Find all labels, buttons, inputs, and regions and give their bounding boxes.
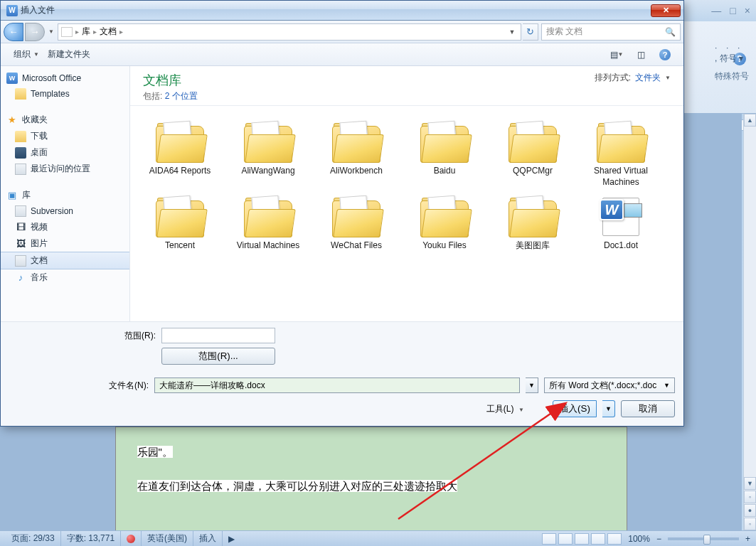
file-label: AliWorkbench: [330, 166, 383, 177]
breadcrumb-dropdown[interactable]: ▼: [506, 28, 518, 36]
organize-button[interactable]: 组织▼: [9, 47, 43, 62]
folder-item[interactable]: 美图图库: [489, 192, 577, 256]
maximize-button[interactable]: □: [730, 5, 735, 16]
sidebar-item-office[interactable]: WMicrosoft Office: [1, 70, 129, 86]
sidebar-item-music[interactable]: ♪音乐: [1, 269, 129, 286]
file-label: Tencent: [165, 240, 195, 252]
nav-history-dropdown[interactable]: ▼: [46, 25, 56, 39]
folder-item[interactable]: AliWangWang: [224, 117, 312, 192]
sidebar-item-subversion[interactable]: Subversion: [1, 203, 129, 219]
breadcrumb-segment[interactable]: 库: [82, 26, 90, 38]
sidebar-item-documents[interactable]: 文档: [1, 252, 129, 269]
library-icon: ▣: [6, 190, 18, 201]
insert-button[interactable]: 插入(S): [553, 400, 597, 417]
zoom-level[interactable]: 100%: [628, 534, 650, 544]
folder-item[interactable]: WeChat Files: [312, 192, 400, 256]
word-statusbar: 页面: 29/33 字数: 13,771 英语(美国) 插入 ▶ 100% − …: [0, 530, 756, 546]
document-page[interactable]: 乐园"。 在道友们到达合体，洞虚，大乘可以分别进入对应的三处遗迹拾取大: [115, 427, 627, 540]
word-icon: [6, 5, 18, 16]
preview-pane-button[interactable]: ◫: [631, 47, 651, 63]
breadcrumb[interactable]: ▸ 库 ▸ 文档 ▸ ▼: [58, 23, 521, 41]
library-locations-link[interactable]: 2 个位置: [165, 91, 198, 101]
status-proofing[interactable]: [121, 531, 142, 546]
star-icon: ★: [6, 114, 18, 126]
chevron-right-icon[interactable]: ▸: [93, 28, 97, 36]
folder-item[interactable]: Virtual Machines: [224, 192, 312, 256]
scroll-down-icon[interactable]: ▼: [744, 477, 756, 490]
view-draft[interactable]: [607, 533, 622, 545]
range-input[interactable]: [161, 328, 275, 343]
library-title: 文档库: [143, 72, 198, 89]
prev-page-icon[interactable]: ◦: [744, 491, 756, 503]
folder-icon: [595, 122, 646, 163]
folder-icon: [419, 122, 470, 163]
zoom-out-button[interactable]: −: [656, 534, 661, 544]
recent-icon: [15, 164, 26, 175]
close-button[interactable]: ✕: [651, 4, 681, 17]
minimize-button[interactable]: —: [711, 5, 721, 16]
view-mode-button[interactable]: ▤ ▼: [607, 47, 627, 63]
breadcrumb-segment[interactable]: 文档: [100, 26, 117, 38]
sort-value[interactable]: 文件夹: [635, 72, 661, 84]
filename-input[interactable]: 大能遗府——详细攻略.docx: [154, 378, 520, 393]
status-word-count[interactable]: 字数: 13,771: [61, 531, 121, 546]
folder-item[interactable]: Shared Virtual Machines: [577, 117, 665, 192]
sidebar-item-favorites[interactable]: ★收藏夹: [1, 112, 129, 128]
folder-item[interactable]: Baidu: [400, 117, 489, 192]
folder-item[interactable]: AliWorkbench: [312, 117, 400, 192]
sidebar-item-templates[interactable]: Templates: [1, 86, 129, 102]
sort-control[interactable]: 排列方式: 文件夹 ▼: [595, 72, 671, 84]
chevron-right-icon[interactable]: ▸: [75, 28, 79, 36]
file-label: WeChat Files: [331, 240, 382, 252]
new-folder-button[interactable]: 新建文件夹: [43, 47, 95, 62]
sidebar-item-desktop[interactable]: 桌面: [1, 144, 129, 161]
dialog-titlebar[interactable]: 插入文件 ✕: [1, 1, 683, 21]
document-text-line: 在道友们到达合体，洞虚，大乘可以分别进入对应的三处遗迹拾取大: [137, 480, 457, 492]
ribbon-symbol-button[interactable]: , 符号 ▾: [715, 53, 749, 65]
nav-back-button[interactable]: ←: [4, 23, 23, 41]
folder-icon: [154, 122, 206, 163]
sidebar-item-downloads[interactable]: 下载: [1, 128, 129, 144]
zoom-in-button[interactable]: +: [745, 534, 750, 544]
folder-item[interactable]: QQPCMgr: [489, 117, 577, 192]
browse-object-icon[interactable]: ●: [744, 504, 756, 517]
status-language[interactable]: 英语(美国): [142, 531, 193, 546]
sidebar-item-videos[interactable]: 🎞视频: [1, 219, 129, 235]
tools-menu[interactable]: 工具(L) ▼: [486, 403, 524, 415]
folder-item[interactable]: Youku Files: [400, 192, 489, 256]
chevron-right-icon[interactable]: ▸: [119, 28, 123, 36]
status-page[interactable]: 页面: 29/33: [6, 531, 61, 546]
folder-item[interactable]: Tencent: [136, 192, 224, 256]
view-web-layout[interactable]: [575, 533, 589, 545]
file-grid[interactable]: AIDA64 ReportsAliWangWangAliWorkbenchBai…: [130, 106, 683, 321]
vertical-scrollbar[interactable]: ▲ ▼ ◦ ● ◦: [743, 114, 756, 530]
folder-item[interactable]: AIDA64 Reports: [136, 117, 224, 192]
zoom-slider[interactable]: [668, 537, 739, 540]
help-button[interactable]: ?: [655, 47, 675, 63]
range-button[interactable]: 范围(R)...: [161, 348, 275, 365]
filename-dropdown[interactable]: ▼: [526, 378, 538, 393]
scroll-up-icon[interactable]: ▲: [744, 114, 756, 127]
nav-forward-button[interactable]: →: [25, 23, 45, 41]
filename-label: 文件名(N):: [9, 380, 149, 392]
ribbon-group-symbols: ··· , 符号 ▾ 特殊符号: [715, 43, 749, 82]
sidebar-item-recent[interactable]: 最近访问的位置: [1, 161, 129, 177]
file-label: Baidu: [434, 166, 456, 177]
view-outline[interactable]: [591, 533, 605, 545]
cancel-button[interactable]: 取消: [621, 400, 675, 417]
file-label: Youku Files: [422, 240, 467, 252]
insert-button-dropdown[interactable]: ▼: [602, 400, 615, 417]
word-doc-icon: W: [595, 196, 646, 237]
file-type-filter[interactable]: 所有 Word 文档(*.docx;*.doc▼: [544, 378, 675, 393]
status-insert-mode[interactable]: 插入: [193, 531, 223, 546]
sidebar-item-pictures[interactable]: 🖼图片: [1, 235, 129, 252]
status-macro[interactable]: ▶: [223, 531, 240, 546]
file-item[interactable]: WDoc1.dot: [577, 192, 665, 256]
view-print-layout[interactable]: [542, 533, 556, 545]
next-page-icon[interactable]: ◦: [744, 518, 756, 530]
view-full-screen[interactable]: [558, 533, 573, 545]
close-button[interactable]: ×: [745, 5, 750, 16]
search-input[interactable]: 搜索 文档 🔍: [541, 23, 681, 41]
sidebar-item-libraries[interactable]: ▣库: [1, 187, 129, 203]
refresh-button[interactable]: ↻: [523, 23, 538, 41]
